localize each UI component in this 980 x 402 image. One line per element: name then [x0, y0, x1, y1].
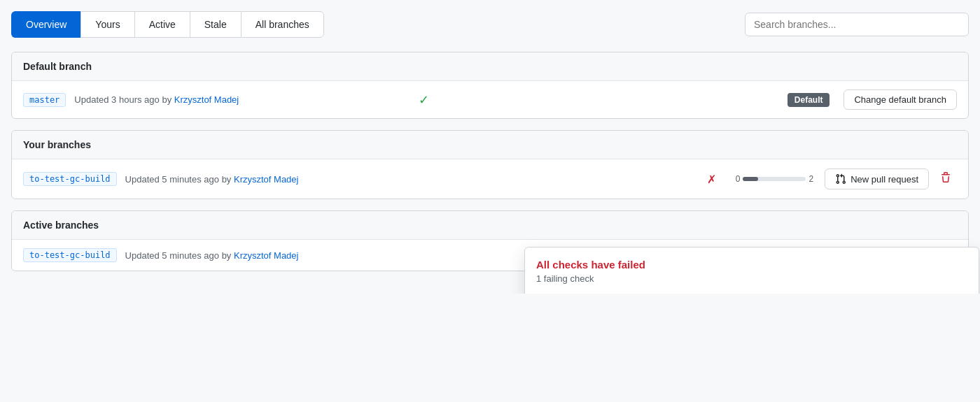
- default-branch-section: Default branch master Updated 3 hours ag…: [11, 52, 969, 119]
- commits-behind: 0: [736, 174, 741, 184]
- search-input[interactable]: [745, 13, 969, 36]
- tab-stale[interactable]: Stale: [190, 11, 241, 38]
- active-branch-row: to-test-gc-build Updated 5 minutes ago b…: [12, 240, 968, 271]
- active-branches-heading: Active branches: [12, 211, 968, 240]
- your-branch-actions: 0 2 New pull request: [730, 168, 957, 190]
- your-branch-row: to-test-gc-build Updated 5 minutes ago b…: [12, 159, 968, 199]
- default-branch-heading: Default branch: [12, 52, 968, 81]
- default-branch-row: master Updated 3 hours ago by Krzysztof …: [12, 81, 968, 118]
- active-branch-author[interactable]: Krzysztof Madej: [234, 250, 298, 261]
- your-branch-author[interactable]: Krzysztof Madej: [234, 174, 298, 185]
- default-branch-meta: Updated 3 hours ago by Krzysztof Madej: [74, 94, 405, 105]
- active-branch-name[interactable]: to-test-gc-build: [23, 248, 117, 262]
- your-branch-name[interactable]: to-test-gc-build: [23, 172, 117, 186]
- active-branches-section: Active branches to-test-gc-build Updated…: [11, 210, 969, 271]
- tab-overview[interactable]: Overview: [11, 11, 80, 38]
- tab-active[interactable]: Active: [134, 11, 190, 38]
- popup-title: All checks have failed: [536, 259, 967, 271]
- check-success-icon: ✓: [419, 92, 429, 108]
- new-pull-request-button[interactable]: New pull request: [825, 168, 929, 189]
- commit-bar-track: [743, 177, 806, 181]
- change-default-button[interactable]: Change default branch: [844, 89, 957, 110]
- your-branches-heading: Your branches: [12, 131, 968, 159]
- popup-subtitle: 1 failing check: [536, 273, 967, 284]
- commits-ahead: 2: [808, 174, 813, 184]
- new-pr-label: New pull request: [850, 174, 918, 185]
- default-badge: Default: [788, 93, 830, 107]
- tab-yours[interactable]: Yours: [80, 11, 134, 38]
- search-wrapper: [745, 13, 969, 36]
- tabs: Overview Yours Active Stale All branches: [11, 11, 324, 38]
- check-fail-icon: ✗: [707, 173, 716, 186]
- delete-branch-button[interactable]: [934, 168, 957, 190]
- commit-bar-fill: [743, 177, 758, 181]
- tab-bar: Overview Yours Active Stale All branches: [11, 11, 969, 38]
- default-branch-author[interactable]: Krzysztof Madej: [174, 94, 239, 105]
- tab-all-branches[interactable]: All branches: [241, 11, 324, 38]
- pull-request-icon: [835, 173, 846, 185]
- default-branch-name[interactable]: master: [23, 93, 66, 107]
- trash-icon: [940, 172, 951, 183]
- commit-bar: 0 2: [736, 174, 813, 184]
- checks-popup: All checks have failed 1 failing check ✗…: [524, 247, 979, 294]
- your-branches-section: Your branches to-test-gc-build Updated 5…: [11, 130, 969, 199]
- your-branch-meta: Updated 5 minutes ago by Krzysztof Madej: [125, 174, 693, 185]
